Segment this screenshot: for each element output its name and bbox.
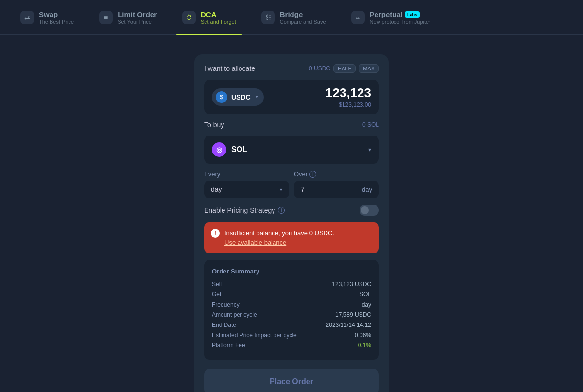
error-icon: ! [211,229,220,238]
nav-item-perpetual[interactable]: ∞ PerpetualLabs New protocol from Jupite… [341,0,441,35]
balance-text: 0 USDC [309,65,330,72]
to-buy-balance: 0 SOL [362,121,379,128]
summary-value: 2023/11/14 14:12 [326,322,371,328]
nav-item-swap[interactable]: ⇄ Swap The Best Price [10,0,85,35]
over-input-box: day [294,181,379,198]
summary-row: Platform Fee0.1% [212,342,371,349]
summary-key: Sell [212,281,222,288]
every-group: Every day ▾ [204,170,289,198]
nav-item-bridge[interactable]: ⛓ Bridge Compare and Save [251,0,337,35]
limit-icon: ≡ [99,11,113,24]
from-token-label: USDC [231,93,251,101]
summary-key: End Date [212,322,236,328]
nav-item-dca[interactable]: ⏱ DCA Set and Forget [171,0,247,35]
summary-value: 123,123 USDC [332,281,371,288]
sol-icon: ◎ [212,142,226,157]
nav-sub-swap: The Best Price [39,19,74,25]
summary-value: day [362,301,371,308]
to-token-label: SOL [231,145,247,154]
summary-row: Sell123,123 USDC [212,281,371,288]
every-select[interactable]: day ▾ [204,181,289,198]
to-token-chevron: ▾ [368,146,371,153]
summary-key: Estimated Price Impact per cycle [212,332,297,339]
balance-area: 0 USDC HALF MAX [309,64,379,73]
nav-item-limit[interactable]: ≡ Limit Order Set Your Price [88,0,168,35]
navigation: ⇄ Swap The Best Price ≡ Limit Order Set … [0,0,583,35]
dca-card: I want to allocate 0 USDC HALF MAX $ USD… [194,54,389,392]
pricing-label: Enable Pricing Strategy i [204,206,285,214]
from-token-chevron: ▾ [256,94,258,100]
summary-row: End Date2023/11/14 14:12 [212,322,371,328]
over-group: Over i day [294,170,379,198]
bridge-icon: ⛓ [261,11,275,24]
summary-row: Frequencyday [212,301,371,308]
usdc-icon: $ [216,91,227,103]
summary-row: Estimated Price Impact per cycle0.06% [212,332,371,339]
amount-usd: $123,123.00 [326,102,371,108]
nav-label-swap: Swap [39,10,74,19]
nav-sub-perpetual: New protocol from Jupiter [370,19,430,25]
summary-value: 0.06% [355,332,371,339]
summary-row: GetSOL [212,291,371,298]
frequency-row: Every day ▾ Over i day [204,170,379,198]
allocate-title: I want to allocate [204,65,255,72]
summary-title: Order Summary [212,268,371,275]
nav-label-limit: Limit Order [118,10,157,19]
main-content: I want to allocate 0 USDC HALF MAX $ USD… [0,35,583,392]
from-token-selector[interactable]: $ USDC ▾ [212,88,264,106]
nav-sub-bridge: Compare and Save [280,19,326,25]
over-label: Over i [294,170,379,178]
perpetual-icon: ∞ [351,11,365,24]
amount-value: 123,123 [326,85,371,101]
summary-key: Amount per cycle [212,311,257,318]
pricing-toggle[interactable] [360,205,379,216]
nav-label-perpetual: PerpetualLabs [370,10,430,19]
summary-rows: Sell123,123 USDCGetSOLFrequencydayAmount… [212,281,371,349]
summary-value: 17,589 USDC [335,311,371,318]
every-label: Every [204,170,289,178]
nav-label-dca: DCA [201,10,236,19]
to-buy-title: To buy [204,121,224,129]
error-link[interactable]: Use available balance [224,238,334,248]
over-info-icon[interactable]: i [309,171,316,178]
allocate-header: I want to allocate 0 USDC HALF MAX [204,64,379,73]
over-unit: day [362,186,372,193]
half-button[interactable]: HALF [333,64,356,73]
over-number-input[interactable] [301,186,330,193]
summary-row: Amount per cycle17,589 USDC [212,311,371,318]
max-button[interactable]: MAX [359,64,379,73]
error-text: Insufficient balance, you have 0 USDC. U… [224,228,334,247]
allocate-input-box: $ USDC ▾ 123,123 $123,123.00 [204,80,379,114]
summary-key: Frequency [212,301,240,308]
swap-icon: ⇄ [20,11,34,24]
amount-display: 123,123 $123,123.00 [326,85,371,108]
to-token-selector[interactable]: ◎ SOL ▾ [204,136,379,164]
nav-sub-limit: Set Your Price [118,19,157,25]
order-summary: Order Summary Sell123,123 USDCGetSOLFreq… [204,260,379,360]
labs-badge: Labs [405,11,420,18]
error-box: ! Insufficient balance, you have 0 USDC.… [204,222,379,253]
summary-key: Get [212,291,221,298]
nav-sub-dca: Set and Forget [201,19,236,25]
pricing-strategy-row: Enable Pricing Strategy i [204,205,379,216]
dca-icon: ⏱ [182,11,196,24]
pricing-info-icon[interactable]: i [278,207,285,214]
summary-value: SOL [360,291,371,298]
every-chevron: ▾ [280,187,282,192]
nav-label-bridge: Bridge [280,10,326,19]
summary-key: Platform Fee [212,342,245,349]
place-order-button[interactable]: Place Order [204,369,379,392]
to-buy-header: To buy 0 SOL [204,121,379,129]
summary-value: 0.1% [358,342,371,349]
every-value: day [211,186,222,193]
